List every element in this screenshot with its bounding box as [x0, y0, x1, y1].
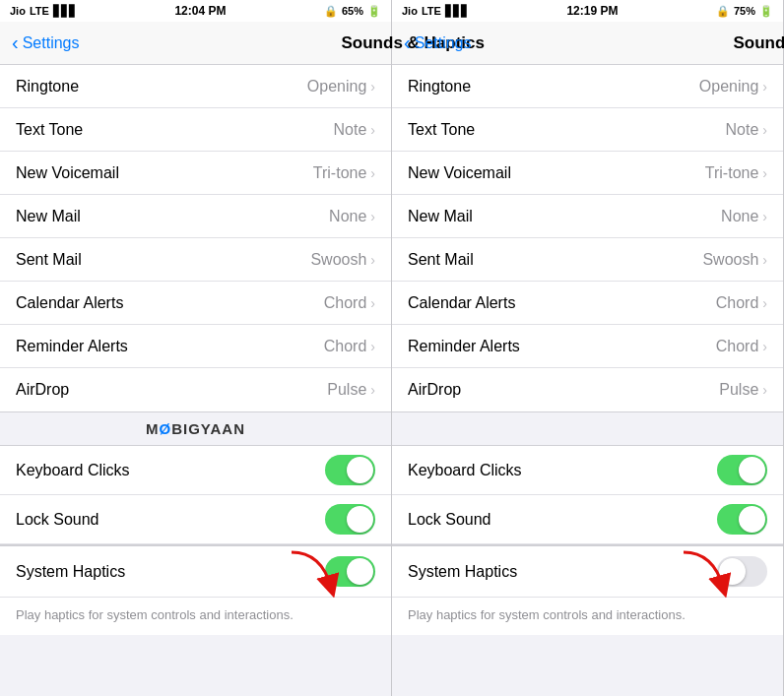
settings-list: Ringtone Opening › Text Tone Note › New …	[0, 65, 391, 411]
chevron-icon: ›	[370, 252, 375, 268]
row-value: Tri-tone	[705, 164, 759, 182]
toggle-label: Lock Sound	[16, 511, 99, 529]
network-label: LTE	[30, 5, 49, 17]
nav-back-label: Settings	[23, 34, 80, 52]
row-value: Pulse	[719, 381, 758, 399]
row-value-wrap: Chord ›	[716, 294, 767, 312]
chevron-icon: ›	[370, 339, 375, 354]
haptics-description: Play haptics for system controls and int…	[0, 598, 391, 635]
row-label: New Mail	[408, 208, 473, 225]
toggle-thumb	[347, 457, 373, 483]
settings-row-airdrop[interactable]: AirDrop Pulse ›	[392, 368, 783, 411]
haptics-row: System Haptics	[0, 546, 391, 598]
settings-row-text-tone[interactable]: Text Tone Note ›	[392, 108, 783, 152]
row-label: Sent Mail	[408, 251, 474, 269]
toggle-label: Lock Sound	[408, 511, 491, 529]
chevron-icon: ›	[762, 79, 767, 95]
status-right: 🔒 75% 🔋	[716, 5, 773, 18]
nav-back-button[interactable]: ‹ Settings	[404, 32, 471, 54]
toggle-thumb	[739, 506, 765, 533]
row-value: Swoosh	[702, 251, 758, 269]
settings-row-new-voicemail[interactable]: New Voicemail Tri-tone ›	[0, 152, 391, 195]
row-label: New Voicemail	[408, 164, 511, 182]
row-label: Ringtone	[16, 78, 79, 95]
settings-row-airdrop[interactable]: AirDrop Pulse ›	[0, 368, 391, 411]
chevron-icon: ›	[762, 339, 767, 354]
battery-icon: 🔋	[367, 5, 381, 18]
status-right: 🔒 65% 🔋	[324, 5, 381, 18]
settings-row-reminder-alerts[interactable]: Reminder Alerts Chord ›	[0, 325, 391, 368]
toggle-row-keyboard-clicks: Keyboard Clicks	[392, 446, 783, 495]
network-label: LTE	[422, 5, 441, 17]
row-label: Ringtone	[408, 78, 471, 95]
row-value-wrap: Opening ›	[307, 78, 375, 95]
row-value-wrap: Pulse ›	[719, 381, 767, 399]
row-label: New Voicemail	[16, 164, 119, 182]
chevron-icon: ›	[762, 382, 767, 398]
row-label: New Mail	[16, 208, 81, 225]
settings-row-calendar-alerts[interactable]: Calendar Alerts Chord ›	[392, 282, 783, 325]
settings-row-sent-mail[interactable]: Sent Mail Swoosh ›	[392, 238, 783, 282]
nav-title: Sounds & Haptics	[655, 33, 784, 53]
status-time: 12:04 PM	[174, 4, 226, 18]
haptics-description: Play haptics for system controls and int…	[392, 598, 783, 635]
toggle-row-keyboard-clicks: Keyboard Clicks	[0, 446, 391, 495]
row-value-wrap: None ›	[329, 208, 375, 225]
row-value-wrap: Note ›	[726, 121, 767, 139]
toggle-switch[interactable]	[325, 504, 375, 535]
row-value-wrap: Swoosh ›	[310, 251, 375, 269]
lock-icon: 🔒	[324, 5, 338, 18]
chevron-icon: ›	[370, 382, 375, 398]
row-value: Chord	[716, 294, 759, 312]
signal-icon: ▋▋▋	[445, 5, 469, 18]
carrier-label: Jio	[10, 5, 26, 17]
haptics-desc-text: Play haptics for system controls and int…	[408, 607, 686, 622]
section-divider: MØBIGYAAN	[0, 411, 391, 446]
battery-icon: 🔋	[759, 5, 773, 18]
toggle-row-lock-sound: Lock Sound	[392, 495, 783, 544]
chevron-icon: ›	[762, 122, 767, 138]
haptics-desc-text: Play haptics for system controls and int…	[16, 607, 294, 622]
toggle-label: Keyboard Clicks	[408, 462, 522, 479]
haptics-section: System Haptics Play haptics for system c…	[0, 545, 391, 635]
red-arrow-icon	[282, 547, 341, 601]
row-label: AirDrop	[16, 381, 69, 399]
status-left: Jio LTE ▋▋▋	[10, 5, 77, 18]
haptics-toggle-thumb	[347, 558, 373, 585]
haptics-toggle-area	[717, 556, 767, 587]
row-label: AirDrop	[408, 381, 461, 399]
settings-row-calendar-alerts[interactable]: Calendar Alerts Chord ›	[0, 282, 391, 325]
settings-row-sent-mail[interactable]: Sent Mail Swoosh ›	[0, 238, 391, 282]
row-label: Reminder Alerts	[16, 338, 128, 355]
nav-back-button[interactable]: ‹ Settings	[12, 32, 79, 54]
toggle-switch[interactable]	[717, 455, 767, 485]
settings-row-reminder-alerts[interactable]: Reminder Alerts Chord ›	[392, 325, 783, 368]
row-value: Chord	[716, 338, 759, 355]
toggle-thumb	[739, 457, 765, 483]
row-value-wrap: Chord ›	[324, 338, 375, 355]
row-value-wrap: Chord ›	[324, 294, 375, 312]
haptics-label: System Haptics	[16, 563, 125, 581]
row-value: Tri-tone	[313, 164, 367, 182]
row-value: None	[329, 208, 366, 225]
row-value-wrap: Note ›	[334, 121, 375, 139]
toggle-switch[interactable]	[717, 504, 767, 535]
row-label: Sent Mail	[16, 251, 82, 269]
haptics-section: System Haptics Play haptics for system c…	[392, 545, 783, 635]
settings-list: Ringtone Opening › Text Tone Note › New …	[392, 65, 783, 411]
lock-icon: 🔒	[716, 5, 730, 18]
chevron-icon: ›	[370, 209, 375, 224]
row-value: Swoosh	[310, 251, 366, 269]
settings-row-new-voicemail[interactable]: New Voicemail Tri-tone ›	[392, 152, 783, 195]
settings-row-ringtone[interactable]: Ringtone Opening ›	[392, 65, 783, 108]
row-label: Reminder Alerts	[408, 338, 520, 355]
settings-row-ringtone[interactable]: Ringtone Opening ›	[0, 65, 391, 108]
settings-row-new-mail[interactable]: New Mail None ›	[0, 195, 391, 238]
row-value: None	[721, 208, 758, 225]
settings-row-new-mail[interactable]: New Mail None ›	[392, 195, 783, 238]
toggle-switch[interactable]	[325, 455, 375, 485]
settings-row-text-tone[interactable]: Text Tone Note ›	[0, 108, 391, 152]
signal-icon: ▋▋▋	[53, 5, 77, 18]
row-value-wrap: Pulse ›	[327, 381, 375, 399]
battery-label: 65%	[342, 5, 363, 17]
